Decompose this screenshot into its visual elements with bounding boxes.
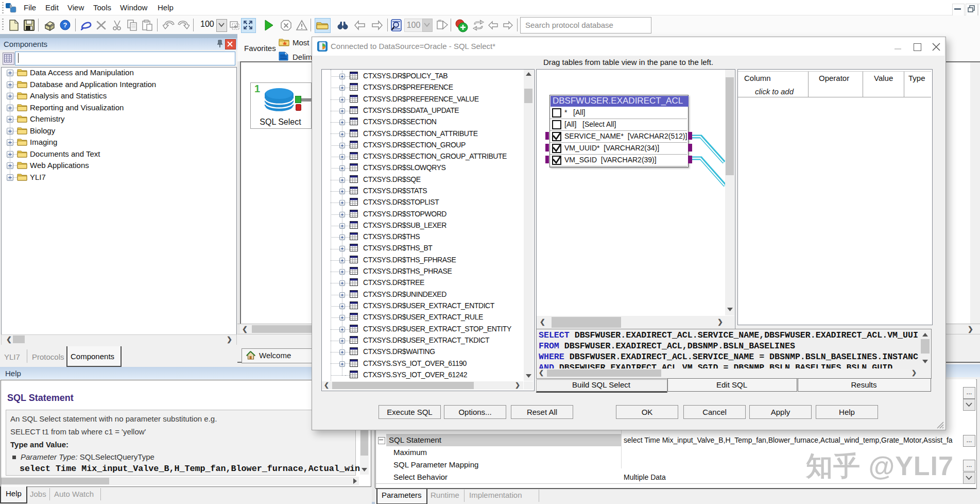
svg-text:?: ? (63, 21, 67, 29)
